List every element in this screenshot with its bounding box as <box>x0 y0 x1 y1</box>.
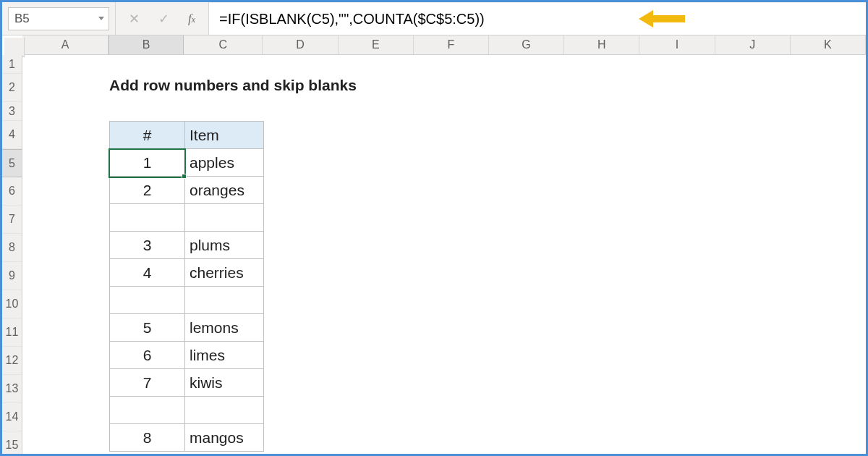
cell-num[interactable] <box>110 287 185 314</box>
cell-num[interactable]: 4 <box>110 259 185 287</box>
table-header-row: # Item <box>110 122 264 149</box>
row-header-3[interactable]: 3 <box>2 102 22 121</box>
cell-item[interactable]: limes <box>185 342 264 369</box>
cell-item[interactable]: plums <box>185 232 264 259</box>
col-header-D[interactable]: D <box>263 35 338 54</box>
name-box-wrap: B5 <box>2 2 116 35</box>
row-header-6[interactable]: 6 <box>2 177 22 206</box>
data-table: # Item 1apples 2oranges 3plums 4cherries… <box>109 121 264 452</box>
fx-icon[interactable]: fx <box>188 12 195 26</box>
col-header-F[interactable]: F <box>414 35 489 54</box>
table-row: 3plums <box>110 232 264 259</box>
table-row: 8mangos <box>110 424 264 452</box>
cell-item[interactable]: lemons <box>185 314 264 342</box>
worksheet[interactable]: Add row numbers and skip blanks # Item 1… <box>22 55 866 456</box>
col-header-H[interactable]: H <box>564 35 639 54</box>
row-header-1[interactable]: 1 <box>2 55 22 74</box>
col-header-K[interactable]: K <box>791 35 866 54</box>
cell-num[interactable]: 6 <box>110 342 185 369</box>
col-header-J[interactable]: J <box>715 35 791 54</box>
cell-num[interactable]: 3 <box>110 232 185 259</box>
cell-item[interactable] <box>185 287 264 314</box>
row-header-15[interactable]: 15 <box>2 431 22 456</box>
table-row: 7kiwis <box>110 369 264 397</box>
cell-item[interactable]: apples <box>185 149 264 177</box>
header-num[interactable]: # <box>110 122 185 149</box>
col-header-A[interactable]: A <box>22 35 109 54</box>
row-header-12[interactable]: 12 <box>2 347 22 375</box>
cell-item[interactable]: kiwis <box>185 369 264 397</box>
name-box-value: B5 <box>14 12 30 26</box>
cell-item[interactable]: cherries <box>185 259 264 287</box>
col-header-G[interactable]: G <box>489 35 564 54</box>
name-box[interactable]: B5 <box>8 7 109 30</box>
cell-item[interactable]: mangos <box>185 424 264 452</box>
grid: 1 2 3 4 5 6 7 8 9 10 11 12 13 14 15 Add … <box>2 55 866 456</box>
cell-num[interactable] <box>110 397 185 424</box>
cell-num[interactable] <box>110 204 185 232</box>
table-row: 4cherries <box>110 259 264 287</box>
cell-num[interactable]: 8 <box>110 424 185 452</box>
row-header-10[interactable]: 10 <box>2 290 22 318</box>
row-header-9[interactable]: 9 <box>2 262 22 290</box>
row-header-5[interactable]: 5 <box>2 149 22 177</box>
column-headers: A B C D E F G H I J K <box>22 35 866 55</box>
table-row: 5lemons <box>110 314 264 342</box>
cancel-icon[interactable]: ✕ <box>129 11 140 27</box>
page-title: Add row numbers and skip blanks <box>109 77 357 94</box>
cell-num[interactable]: 2 <box>110 177 185 204</box>
row-header-11[interactable]: 11 <box>2 318 22 347</box>
cell-num[interactable]: 1 <box>110 149 185 177</box>
table-row <box>110 397 264 424</box>
chevron-down-icon <box>98 17 104 20</box>
select-all-corner[interactable] <box>4 38 25 57</box>
row-headers: 1 2 3 4 5 6 7 8 9 10 11 12 13 14 15 <box>2 55 22 456</box>
cell-num[interactable]: 7 <box>110 369 185 397</box>
table-row <box>110 287 264 314</box>
cell-item[interactable] <box>185 397 264 424</box>
row-header-13[interactable]: 13 <box>2 375 22 403</box>
cell-num[interactable]: 5 <box>110 314 185 342</box>
row-header-8[interactable]: 8 <box>2 234 22 262</box>
formula-text: =IF(ISBLANK(C5),"",COUNTA($C$5:C5)) <box>219 11 485 28</box>
col-header-B[interactable]: B <box>109 35 184 54</box>
table-row <box>110 204 264 232</box>
table-row: 6limes <box>110 342 264 369</box>
svg-marker-0 <box>639 10 685 28</box>
row-header-14[interactable]: 14 <box>2 403 22 431</box>
formula-bar: B5 ✕ ✓ fx =IF(ISBLANK(C5),"",COUNTA($C$5… <box>2 2 866 35</box>
cell-item[interactable] <box>185 204 264 232</box>
callout-arrow-icon <box>639 8 685 30</box>
enter-icon[interactable]: ✓ <box>158 11 169 27</box>
col-header-C[interactable]: C <box>184 35 263 54</box>
formula-input[interactable]: =IF(ISBLANK(C5),"",COUNTA($C$5:C5)) <box>209 2 866 35</box>
table-row: 1apples <box>110 149 264 177</box>
row-header-4[interactable]: 4 <box>2 121 22 149</box>
cell-item[interactable]: oranges <box>185 177 264 204</box>
row-header-2[interactable]: 2 <box>2 74 22 102</box>
table-row: 2oranges <box>110 177 264 204</box>
row-header-7[interactable]: 7 <box>2 206 22 234</box>
col-header-E[interactable]: E <box>339 35 414 54</box>
formula-bar-buttons: ✕ ✓ fx <box>116 2 209 35</box>
col-header-I[interactable]: I <box>639 35 715 54</box>
header-item[interactable]: Item <box>185 122 264 149</box>
